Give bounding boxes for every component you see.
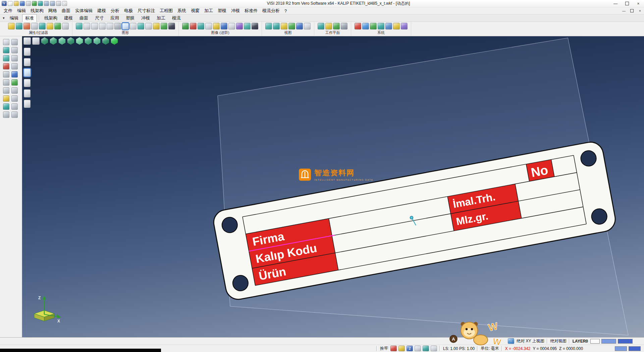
advanced-render-icon[interactable] (252, 23, 258, 30)
shaded-edges-cube-icon[interactable] (67, 37, 74, 45)
print-icon[interactable] (26, 1, 31, 6)
color-palette-icon[interactable] (355, 23, 361, 30)
measure-icon[interactable] (11, 63, 18, 70)
clip-plane-1-icon[interactable] (24, 48, 31, 56)
grid-settings-icon[interactable] (385, 23, 392, 30)
dynamic-rotate-icon[interactable] (138, 23, 144, 30)
refresh-view-icon[interactable] (76, 23, 83, 30)
circle-icon[interactable] (3, 79, 9, 86)
child-close-button[interactable]: × (636, 7, 644, 14)
aux-swatch-1[interactable] (615, 346, 627, 351)
menu-solid-edit[interactable]: 实体编辑 (73, 7, 95, 14)
reset-filter-icon[interactable] (62, 23, 69, 30)
clipboard-view-4-icon[interactable] (107, 23, 113, 30)
offset-icon[interactable] (3, 95, 9, 102)
clip-plane-6-icon[interactable] (24, 100, 31, 108)
menu-help[interactable]: ? (282, 7, 289, 14)
menu-analysis[interactable]: 分析 (108, 7, 122, 14)
material-icon[interactable] (198, 23, 204, 30)
menu-mold[interactable]: 塑模 (215, 7, 229, 14)
render-settings-icon[interactable] (182, 23, 189, 30)
fillet-icon[interactable] (3, 87, 9, 94)
help-icon[interactable] (56, 1, 61, 6)
transparency-icon[interactable] (228, 23, 235, 30)
project-icon[interactable] (11, 103, 18, 110)
system-monitor-icon[interactable] (362, 23, 369, 30)
menu-wireframe[interactable]: 线架构 (28, 7, 46, 14)
background-icon[interactable] (236, 23, 243, 30)
menu-edit[interactable]: 编辑 (15, 7, 28, 14)
menu-file[interactable]: 文件 (1, 7, 15, 14)
clip-plane-3-icon[interactable] (24, 69, 31, 77)
layer-filter-icon[interactable] (31, 23, 38, 30)
open-file-icon[interactable] (14, 1, 19, 6)
menu-die[interactable]: 冲模 (229, 7, 242, 14)
database-icon[interactable] (370, 23, 377, 30)
workplane-align-icon[interactable] (325, 23, 332, 30)
texture-icon[interactable] (205, 23, 212, 30)
view-list-icon[interactable] (304, 23, 311, 30)
zoom-window-icon[interactable] (153, 23, 160, 30)
import-model-icon[interactable] (32, 1, 37, 6)
perspective-cube-icon[interactable] (102, 37, 109, 45)
viewport-3d[interactable]: No Firma Kalıp Kodu Ürün İmal.Trh. Mlz.g… (22, 36, 644, 337)
element-properties-icon[interactable] (8, 23, 15, 30)
view-ref-label[interactable]: 绝对视图 (550, 338, 567, 344)
info-icon[interactable] (11, 112, 18, 118)
arc-icon[interactable] (11, 79, 18, 86)
tab-edit[interactable]: 编辑 (7, 14, 21, 22)
clipboard-view-2-icon[interactable] (91, 23, 98, 30)
redo-icon[interactable] (50, 1, 55, 6)
export-model-icon[interactable] (38, 1, 43, 6)
light-icon[interactable] (213, 23, 220, 30)
clip-plane-4-icon[interactable] (24, 79, 31, 87)
hidden-line-icon[interactable] (130, 23, 137, 30)
selection-mask-icon[interactable] (54, 23, 61, 30)
view-orient-icon[interactable] (273, 23, 280, 30)
pan-view-icon[interactable] (145, 23, 152, 30)
tab-wireframe[interactable]: 线架构 (41, 14, 60, 22)
menu-system[interactable]: 系统 (175, 7, 189, 14)
viewport-layout-icon[interactable] (32, 37, 40, 45)
intersect-icon[interactable] (3, 103, 9, 110)
extend-icon[interactable] (11, 95, 18, 102)
snap-mode-label[interactable]: 拴牢 (380, 346, 388, 351)
view-front-icon[interactable] (296, 23, 303, 30)
menu-modeling[interactable]: 建模 (95, 7, 108, 14)
hidden-line-cube-icon[interactable] (58, 37, 66, 45)
active-layer-label[interactable]: LAYER0 (573, 339, 588, 344)
child-minimize-button[interactable]: — (620, 7, 628, 14)
transparent-cube-icon[interactable] (76, 37, 83, 45)
view-iso-icon[interactable] (281, 23, 287, 30)
workplane-create-icon[interactable] (318, 23, 324, 30)
snap-toggle-icon[interactable] (390, 346, 397, 351)
iso-view-cube-icon[interactable] (93, 37, 101, 45)
rotate-icon[interactable] (3, 55, 9, 61)
web-status-icon[interactable] (423, 346, 429, 351)
tab-machining[interactable]: 加工 (154, 14, 168, 22)
visi-logo-icon[interactable]: V (2, 1, 7, 6)
tab-die[interactable]: 冲模 (138, 14, 153, 22)
layer-color-swatch[interactable] (590, 339, 600, 344)
quick-access-dropdown-icon[interactable]: ▾ (62, 1, 67, 6)
zoom-fit-cube-icon[interactable] (111, 37, 118, 45)
line-icon[interactable] (11, 71, 18, 78)
minimize-button[interactable]: — (610, 0, 621, 7)
grid-toggle-icon[interactable] (398, 346, 405, 351)
shadow-toggle-icon[interactable] (190, 23, 197, 30)
workplane-color-swatch[interactable] (601, 339, 616, 344)
clip-plane-2-icon[interactable] (24, 58, 31, 66)
workplane-toggle-icon[interactable] (333, 23, 340, 30)
tab-dimension[interactable]: 尺寸 (92, 14, 107, 22)
tab-moldflow[interactable]: 模流 (169, 14, 184, 22)
previous-view-icon[interactable] (168, 23, 175, 30)
delete-icon[interactable] (3, 63, 9, 70)
capture-image-icon[interactable] (244, 23, 251, 30)
wireframe-display-icon[interactable] (114, 23, 121, 30)
view-rotate-icon[interactable] (265, 23, 272, 30)
zoom-status-icon[interactable]: ○ (508, 338, 514, 344)
shaded-cube-icon[interactable] (41, 37, 48, 45)
tab-application[interactable]: 应用 (107, 14, 122, 22)
section-view-icon[interactable] (221, 23, 227, 30)
quick-filter-icon[interactable] (47, 23, 53, 30)
